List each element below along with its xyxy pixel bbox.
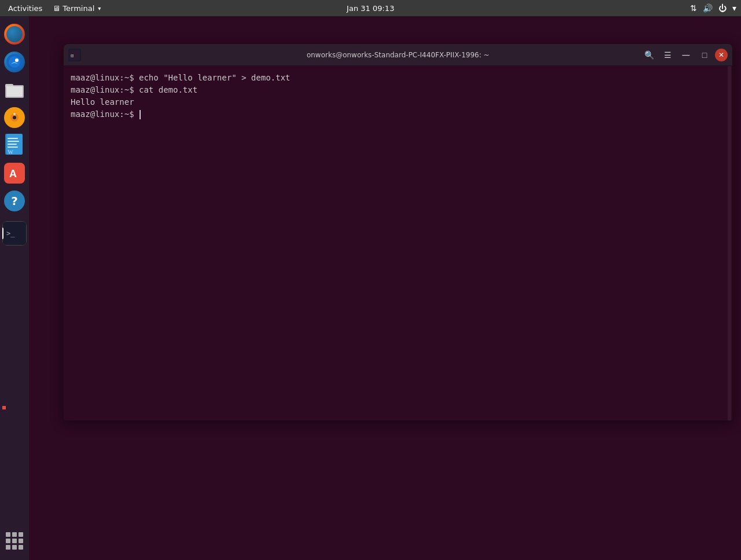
terminal-menu-label: Terminal [63, 4, 94, 13]
main-area: ⊞ onworks@onworks-Standard-PC-I440FX-PII… [29, 16, 741, 560]
topbar-datetime: Jan 31 09:13 [347, 4, 394, 13]
terminal-dock-icon: >_ [2, 221, 27, 246]
sidebar-item-terminal[interactable]: >_ [2, 221, 27, 246]
sidebar-dock: W A ? >_ [0, 16, 29, 560]
terminal-titlebar: ⊞ onworks@onworks-Standard-PC-I440FX-PII… [64, 44, 732, 66]
hamburger-icon: ☰ [664, 50, 672, 60]
appcenter-icon: A [4, 163, 25, 184]
sidebar-item-firefox[interactable] [2, 22, 27, 46]
system-menu-chevron[interactable]: ▾ [732, 3, 736, 13]
svg-point-8 [13, 116, 16, 119]
svg-text:W: W [8, 149, 13, 155]
sidebar-item-appcenter[interactable]: A [2, 161, 27, 185]
svg-text:A: A [9, 168, 17, 180]
help-icon: ? [4, 191, 25, 211]
terminal-title-icon: ⊞ [68, 49, 81, 61]
grid-dots-icon [6, 532, 23, 550]
svg-text:⊞: ⊞ [71, 53, 74, 58]
activities-button[interactable]: Activities [5, 3, 46, 14]
terminal-line-4: maaz@linux:~$ [71, 108, 725, 120]
svg-text:>_: >_ [6, 229, 15, 237]
files-icon [4, 79, 25, 100]
terminal-menu-button[interactable]: 🖥 Terminal ▾ [53, 4, 101, 13]
sidebar-item-music[interactable] [2, 105, 27, 130]
terminal-titlebar-left: ⊞ [68, 49, 81, 61]
sidebar-item-help[interactable]: ? [2, 189, 27, 213]
sidebar-item-writer[interactable]: W [2, 133, 27, 158]
music-icon [4, 107, 25, 128]
terminal-titlebar-controls: 🔍 ☰ ─ □ ✕ [641, 47, 728, 63]
terminal-line-1: maaz@linux:~$ echo "Hello learner" > dem… [71, 72, 725, 84]
svg-rect-13 [8, 141, 19, 142]
terminal-body[interactable]: maaz@linux:~$ echo "Hello learner" > dem… [64, 66, 732, 420]
terminal-active-indicator [2, 406, 6, 409]
restore-button[interactable]: □ [696, 47, 713, 63]
svg-point-2 [15, 58, 19, 62]
volume-icon[interactable]: 🔊 [703, 3, 713, 13]
svg-rect-14 [8, 144, 17, 145]
search-icon: 🔍 [644, 50, 654, 60]
svg-point-9 [13, 113, 16, 115]
topbar-right: ⇅ 🔊 ⏻ ▾ [690, 3, 736, 13]
terminal-scrollbar[interactable] [728, 66, 731, 420]
terminal-menu-icon: 🖥 [53, 4, 60, 13]
terminal-window-title: onworks@onworks-Standard-PC-I440FX-PIIX-… [307, 51, 490, 59]
network-icon[interactable]: ⇅ [690, 3, 697, 13]
terminal-line-3: Hello learner [71, 96, 725, 108]
topbar-left: Activities 🖥 Terminal ▾ [5, 3, 101, 14]
thunderbird-icon [4, 52, 25, 72]
terminal-line-2: maaz@linux:~$ cat demo.txt [71, 84, 725, 96]
close-icon: ✕ [718, 51, 724, 59]
firefox-icon [4, 24, 25, 45]
chevron-down-icon: ▾ [98, 5, 101, 12]
terminal-cursor [140, 110, 141, 119]
minimize-icon: ─ [683, 50, 690, 60]
search-button[interactable]: 🔍 [641, 47, 657, 63]
power-icon[interactable]: ⏻ [718, 3, 727, 13]
svg-rect-5 [6, 86, 23, 97]
topbar: Activities 🖥 Terminal ▾ Jan 31 09:13 ⇅ 🔊… [0, 0, 741, 16]
restore-icon: □ [702, 50, 707, 60]
thunderbird-svg [6, 54, 23, 70]
minimize-button[interactable]: ─ [678, 47, 694, 63]
show-applications-button[interactable] [2, 529, 27, 553]
writer-icon: W [4, 133, 25, 158]
sidebar-item-files[interactable] [2, 78, 27, 102]
sidebar-item-thunderbird[interactable] [2, 50, 27, 74]
svg-rect-15 [8, 147, 18, 148]
svg-rect-12 [8, 138, 18, 139]
menu-button[interactable]: ☰ [659, 47, 676, 63]
terminal-window: ⊞ onworks@onworks-Standard-PC-I440FX-PII… [64, 44, 732, 420]
close-button[interactable]: ✕ [715, 49, 728, 61]
